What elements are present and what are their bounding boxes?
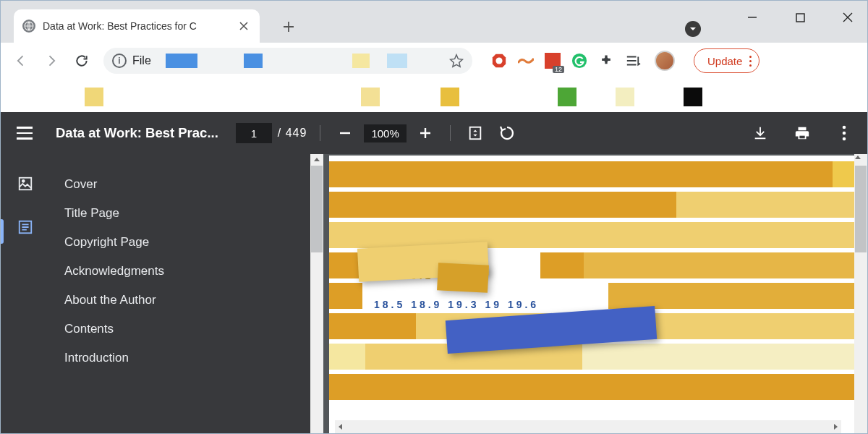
svg-point-2 [495, 57, 502, 64]
extension-badge: 12 [553, 66, 564, 73]
sidebar-tabs [1, 154, 50, 433]
fit-page-button[interactable] [464, 122, 487, 145]
bookmark-item[interactable] [441, 88, 459, 106]
window-controls [739, 7, 861, 28]
new-tab-button[interactable] [278, 17, 299, 37]
outline-item[interactable]: Title Page [61, 199, 303, 228]
adblock-extension-icon[interactable] [490, 52, 508, 70]
window-titlebar: Data at Work: Best Practices for C [1, 1, 867, 43]
cover-torn-piece [437, 263, 489, 293]
minimize-button[interactable] [739, 7, 766, 28]
bookmark-item[interactable] [558, 88, 576, 106]
document-title: Data at Work: Best Prac... [56, 125, 218, 141]
tab-title: Data at Work: Best Practices for C [43, 20, 197, 32]
browser-toolbar: i File 12 Update [1, 43, 867, 79]
scroll-left-arrow-icon[interactable] [335, 420, 346, 433]
outline-item[interactable]: Contents [61, 315, 303, 344]
scroll-up-arrow-icon[interactable] [311, 154, 323, 166]
rotate-button[interactable] [495, 122, 519, 145]
globe-icon [22, 20, 35, 33]
cover-artwork: 33.2 30.1 26.8 18.5 18.9 19.3 19 19.6 [329, 156, 854, 420]
outline-item[interactable]: Copyright Page [61, 228, 303, 257]
outline-tab-icon[interactable] [16, 218, 35, 237]
scrollbar-thumb[interactable] [311, 166, 323, 252]
bookmark-item[interactable] [85, 88, 103, 106]
url-redaction [166, 54, 197, 68]
forward-button[interactable] [38, 48, 64, 74]
grammarly-extension-icon[interactable] [570, 52, 588, 70]
scroll-right-arrow-icon[interactable] [830, 420, 841, 433]
scrollbar-thumb[interactable] [855, 166, 867, 252]
update-label: Update [707, 55, 742, 67]
document-page[interactable]: 33.2 30.1 26.8 18.5 18.9 19.3 19 19.6 [329, 156, 854, 433]
url-scheme: File [132, 54, 151, 67]
zoom-in-button[interactable] [414, 122, 437, 145]
extension-icon[interactable] [516, 52, 535, 70]
vertical-scrollbar[interactable] [854, 154, 867, 433]
svg-rect-4 [469, 127, 480, 140]
extensions-menu-icon[interactable] [597, 52, 615, 70]
kebab-icon [749, 56, 752, 67]
update-button[interactable]: Update [694, 48, 760, 73]
extensions-area: 12 Update [490, 48, 760, 73]
more-actions-button[interactable] [833, 122, 856, 145]
outline-item[interactable]: Cover [61, 170, 303, 199]
zoom-level[interactable]: 100% [364, 124, 406, 142]
url-redaction [387, 54, 407, 68]
svg-point-9 [843, 137, 846, 141]
divider [450, 125, 451, 141]
maximize-button[interactable] [786, 7, 814, 28]
horizontal-scrollbar[interactable] [335, 420, 841, 433]
thumbnails-tab-icon[interactable] [16, 174, 35, 193]
bookmarks-bar [1, 79, 867, 112]
close-tab-icon[interactable] [238, 20, 250, 32]
reload-button[interactable] [69, 48, 95, 74]
bookmark-item[interactable] [684, 88, 702, 106]
bookmark-item[interactable] [361, 88, 380, 106]
outline-item[interactable]: Acknowledgments [61, 257, 303, 286]
outline-item[interactable]: About the Author [61, 286, 303, 315]
account-dropdown-icon[interactable] [685, 21, 701, 37]
bookmark-item[interactable] [616, 88, 634, 106]
svg-point-8 [843, 132, 846, 135]
document-viewport: 33.2 30.1 26.8 18.5 18.9 19.3 19 19.6 [323, 154, 867, 433]
pdf-toolbar: Data at Work: Best Prac... 1 / 449 100% [1, 112, 867, 154]
url-redaction [244, 54, 263, 68]
svg-rect-1 [796, 14, 804, 22]
browser-tab[interactable]: Data at Work: Best Practices for C [14, 9, 260, 43]
back-button[interactable] [8, 48, 34, 74]
svg-point-11 [22, 180, 25, 182]
document-outline: Cover Title Page Copyright Page Acknowle… [50, 154, 310, 433]
pdf-body: Cover Title Page Copyright Page Acknowle… [1, 154, 867, 433]
close-window-button[interactable] [834, 7, 861, 28]
zoom-out-button[interactable] [333, 122, 357, 145]
divider [320, 125, 320, 141]
svg-rect-6 [799, 136, 804, 139]
site-info-icon[interactable]: i [112, 54, 127, 68]
profile-avatar[interactable] [655, 51, 675, 71]
download-button[interactable] [749, 122, 772, 145]
svg-rect-10 [20, 178, 32, 190]
reading-list-icon[interactable] [624, 52, 642, 70]
svg-point-7 [843, 126, 846, 129]
print-button[interactable] [791, 122, 814, 145]
sidebar-scrollbar[interactable] [310, 154, 323, 433]
page-number-input[interactable]: 1 [236, 123, 272, 143]
scroll-up-arrow-icon[interactable] [854, 154, 867, 161]
extension-icon[interactable]: 12 [543, 52, 561, 70]
menu-icon[interactable] [12, 127, 37, 140]
page-total: / 449 [278, 127, 307, 140]
address-bar[interactable]: i File [103, 48, 472, 74]
outline-item[interactable]: Introduction [61, 344, 303, 373]
pdf-sidebar: Cover Title Page Copyright Page Acknowle… [1, 154, 323, 433]
svg-rect-5 [755, 137, 766, 139]
bookmark-star-icon[interactable] [449, 54, 464, 68]
url-redaction [352, 54, 370, 68]
active-tab-indicator [1, 219, 4, 244]
cover-numbers-row2: 18.5 18.9 19.3 19 19.6 [374, 299, 539, 310]
